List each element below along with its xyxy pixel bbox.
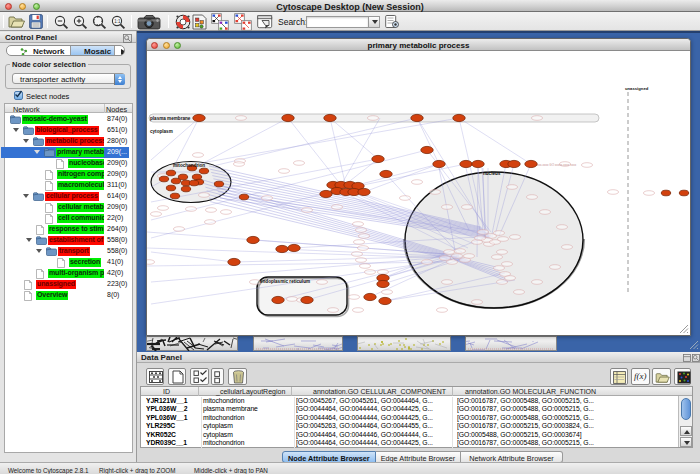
svg-text:1:1: 1:1 <box>114 19 121 24</box>
svg-text:plasma membrane: plasma membrane <box>150 116 191 121</box>
svg-text:endoplasmic reticulum: endoplasmic reticulum <box>260 279 310 284</box>
svg-text:nucleus: nucleus <box>483 171 501 176</box>
svg-text:xxx-xxxx GO xxxxx-xxxx xxxx: xxx-xxxx GO xxxxx-xxxx xxxx <box>537 163 577 167</box>
svg-text:cytoplasm: cytoplasm <box>150 129 173 134</box>
svg-text:unassigned: unassigned <box>625 86 649 91</box>
svg-text:mitochondrion: mitochondrion <box>173 163 205 168</box>
